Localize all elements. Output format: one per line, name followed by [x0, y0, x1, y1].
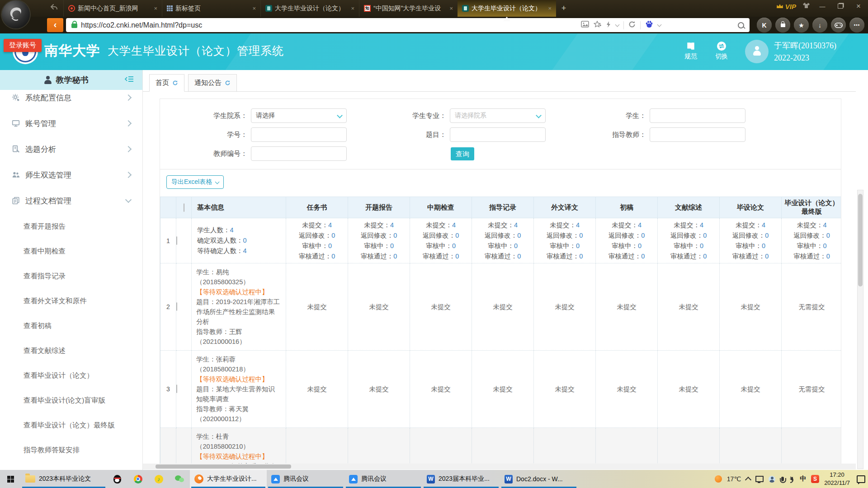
taskbar-browser-active[interactable]: 大学生毕业设计... [190, 470, 267, 488]
baidu-paw-icon[interactable] [645, 20, 653, 30]
speaker-icon[interactable] [790, 477, 793, 481]
sidebar-subitem-blind-review[interactable]: 查看毕业设计(论文)盲审版 [0, 393, 142, 408]
network-icon[interactable] [755, 476, 764, 482]
browser-tab-newtab[interactable]: 新标签页 × [162, 0, 260, 17]
sidebar-subitem-literature[interactable]: 查看文献综述 [0, 343, 142, 358]
tray-user-icon[interactable] [769, 476, 775, 483]
tab-close-icon[interactable]: × [449, 5, 453, 12]
taskbar-meeting-1[interactable]: 腾讯会议 [267, 470, 344, 488]
temperature[interactable]: 17℃ [727, 475, 741, 483]
row-checkbox[interactable] [176, 385, 177, 393]
student-no-input[interactable] [251, 127, 347, 142]
start-button[interactable] [0, 470, 21, 488]
tab-refresh-icon[interactable] [225, 80, 231, 86]
row-checkbox[interactable] [176, 302, 177, 311]
microphone-icon[interactable] [781, 477, 784, 481]
privacy-lock-button[interactable] [775, 18, 790, 33]
sidebar-subitem-translation[interactable]: 查看外文译文和原件 [0, 293, 142, 309]
standards-button[interactable]: 规范 [677, 40, 704, 61]
back-button[interactable]: ‹ [47, 18, 63, 32]
tab-close-icon[interactable]: × [154, 5, 157, 12]
sidebar-subitem-guidance[interactable]: 查看指导记录 [0, 268, 142, 284]
taskbar-qq[interactable] [107, 470, 127, 488]
games-button[interactable] [831, 18, 846, 33]
browser-tab-cnki-1[interactable]: 大学生毕业设计（论文） × [260, 0, 359, 17]
search-button[interactable]: 查询 [451, 147, 474, 160]
sidebar-subitem-final-version[interactable]: 查看毕业设计（论文）最终版 [0, 418, 142, 433]
maximize-button[interactable] [835, 3, 846, 10]
ime-indicator[interactable]: 中 [800, 475, 806, 483]
refresh-icon[interactable] [628, 21, 636, 30]
notification-center-icon[interactable] [857, 475, 865, 483]
downloads-button[interactable]: ↓ [812, 18, 827, 33]
url-field[interactable]: https://co2.cnki.net/Main.html?dp=usc [66, 18, 750, 32]
sidebar-item-system-config[interactable]: 系统配置信息 [0, 90, 142, 105]
user-avatar[interactable] [745, 40, 769, 63]
browser-tab-zhiwang[interactable]: 知 “中国知网”大学生毕业设 × [359, 0, 458, 17]
liebao-browser-logo[interactable] [2, 0, 30, 28]
browser-tab-cnki-active[interactable]: 大学生毕业设计（论文） × [458, 0, 556, 17]
user-name[interactable]: 于军晖(20150376) [774, 40, 836, 51]
tab-close-icon[interactable]: × [351, 5, 354, 12]
bolt-dropdown-icon[interactable] [615, 22, 620, 27]
tab-refresh-icon[interactable] [172, 80, 178, 86]
sidebar-collapse-icon[interactable] [124, 75, 134, 85]
sogou-icon[interactable]: S [811, 475, 819, 483]
taskbar-qqmusic[interactable]: ♪ [148, 470, 169, 488]
sidebar-subitem-proposal[interactable]: 查看开题报告 [0, 219, 142, 234]
taskbar-clock[interactable]: 17:20 2022/11/7 [824, 471, 850, 487]
browser-tab-sina[interactable]: 新闻中心首页_新浪网 × [63, 0, 162, 17]
dept-select[interactable]: 请选择 [251, 108, 347, 123]
row-checkbox[interactable] [176, 236, 177, 245]
horizontal-scrollbar[interactable] [143, 464, 856, 469]
sidebar-subitem-midterm[interactable]: 查看中期检查 [0, 244, 142, 259]
horizontal-scrollbar-thumb[interactable] [156, 465, 291, 469]
taskbar-chrome[interactable] [127, 470, 148, 488]
vertical-scrollbar[interactable] [857, 190, 863, 469]
major-select[interactable]: 请选择院系 [450, 108, 546, 123]
k-extension-button[interactable]: K [757, 18, 772, 33]
switch-button[interactable]: 切换 [708, 40, 735, 61]
tab-close-icon[interactable]: × [548, 5, 552, 12]
student-input[interactable] [650, 108, 745, 123]
tab-announcements[interactable]: 通知公告 [188, 74, 237, 92]
vip-badge[interactable]: VIP [776, 3, 796, 10]
sidebar-subitem-qa-schedule[interactable]: 指导教师答疑安排 [0, 442, 142, 458]
taskbar-word-1[interactable]: W 2023届本科毕业... [422, 470, 500, 488]
more-tools-button[interactable]: ••• [849, 18, 864, 33]
favorites-button[interactable]: ★ [794, 18, 809, 33]
title-input[interactable] [450, 127, 546, 142]
skin-icon[interactable] [802, 2, 810, 10]
taskbar-wechat[interactable] [169, 470, 190, 488]
search-icon[interactable] [738, 22, 744, 28]
close-button[interactable]: × [853, 2, 864, 11]
sidebar-subitem-draft[interactable]: 查看初稿 [0, 318, 142, 333]
sidebar-item-process-docs[interactable]: 过程文档管理 [0, 193, 142, 208]
url-text[interactable]: https://co2.cnki.net/Main.html?dp=usc [81, 21, 202, 29]
vertical-scrollbar-thumb[interactable] [858, 194, 863, 286]
taskbar-word-2[interactable]: W Doc2.docx - W... [500, 470, 578, 488]
taskbar-meeting-2[interactable]: 腾讯会议 [344, 470, 422, 488]
tab-home[interactable]: 首页 [149, 74, 184, 92]
tray-expand-icon[interactable] [745, 476, 751, 483]
weather-icon[interactable] [715, 475, 722, 483]
minimize-button[interactable]: — [816, 3, 828, 10]
login-account-tooltip[interactable]: 登录账号 [4, 39, 42, 52]
extensions-bolt-icon[interactable] [606, 21, 611, 30]
taskbar-folder[interactable]: 2023本科毕业论文 [21, 470, 107, 488]
image-tool-icon[interactable] [581, 21, 589, 29]
favorite-add-icon[interactable] [594, 21, 601, 30]
sidebar-item-account[interactable]: 账号管理 [0, 116, 142, 131]
history-back-icon[interactable] [50, 4, 58, 13]
tab-close-icon[interactable]: × [252, 5, 256, 12]
new-tab-button[interactable]: + [556, 2, 571, 14]
chevron-right-icon [125, 172, 132, 178]
teacher-no-input[interactable] [251, 146, 347, 161]
sidebar-item-mutual-selection[interactable]: 师生双选管理 [0, 167, 142, 183]
sidebar-item-topic-analysis[interactable]: 选题分析 [0, 141, 142, 157]
select-all-checkbox[interactable] [184, 203, 184, 212]
export-excel-button[interactable]: 导出Excel表格 [166, 175, 224, 189]
sidebar-subitem-thesis[interactable]: 查看毕业设计（论文） [0, 368, 142, 383]
advisor-input[interactable] [650, 127, 745, 142]
search-engine-dropdown-icon[interactable] [657, 22, 662, 27]
